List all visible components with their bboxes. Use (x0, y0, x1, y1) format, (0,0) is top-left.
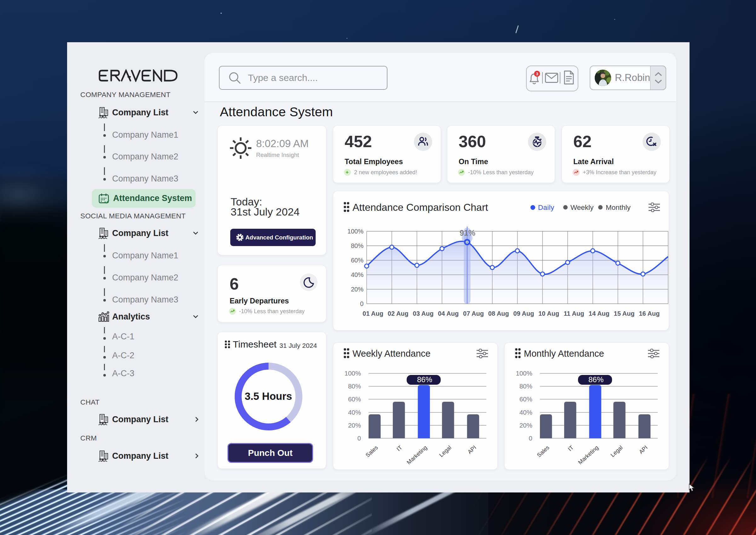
svg-text:Marketing: Marketing (577, 444, 600, 466)
svg-text:80%: 80% (351, 242, 364, 249)
svg-text:02 Aug: 02 Aug (388, 310, 409, 317)
svg-text:80%: 80% (520, 382, 532, 390)
svg-text:04 Aug: 04 Aug (438, 310, 459, 317)
svg-text:08 Aug: 08 Aug (488, 310, 509, 317)
svg-text:60%: 60% (520, 395, 532, 403)
svg-text:20%: 20% (351, 286, 364, 293)
svg-text:Marketing: Marketing (406, 444, 428, 466)
svg-text:15 Aug: 15 Aug (614, 310, 635, 317)
svg-text:10 Aug: 10 Aug (538, 310, 559, 317)
svg-text:16 Aug: 16 Aug (639, 310, 660, 317)
svg-text:Legal: Legal (438, 444, 453, 458)
svg-text:IT: IT (395, 444, 403, 452)
svg-text:100%: 100% (345, 370, 361, 377)
svg-text:100%: 100% (347, 228, 364, 235)
svg-text:40%: 40% (351, 271, 364, 278)
svg-text:40%: 40% (520, 408, 532, 416)
svg-text:03 Aug: 03 Aug (413, 310, 434, 317)
svg-text:80%: 80% (348, 382, 361, 390)
svg-text:20%: 20% (520, 422, 532, 429)
svg-text:86%: 86% (588, 375, 604, 384)
svg-text:3: 3 (536, 71, 538, 76)
svg-text:09 Aug: 09 Aug (513, 310, 534, 317)
svg-text:86%: 86% (417, 375, 432, 384)
svg-text:API: API (467, 444, 477, 455)
svg-text:IT: IT (567, 444, 575, 452)
svg-text:14 Aug: 14 Aug (589, 310, 609, 317)
svg-text:40%: 40% (348, 408, 361, 416)
svg-text:01 Aug: 01 Aug (363, 310, 383, 317)
svg-text:100%: 100% (516, 370, 532, 377)
svg-text:0: 0 (360, 300, 364, 307)
svg-text:07 Aug: 07 Aug (463, 310, 484, 317)
svg-text:91%: 91% (460, 228, 475, 237)
svg-text:60%: 60% (348, 395, 361, 403)
svg-text:0: 0 (358, 435, 361, 442)
svg-text:Sales: Sales (536, 444, 551, 459)
svg-text:API: API (638, 444, 649, 455)
svg-text:0: 0 (529, 435, 532, 442)
svg-text:60%: 60% (351, 257, 364, 264)
svg-text:11 Aug: 11 Aug (564, 310, 584, 317)
svg-text:20%: 20% (348, 422, 361, 429)
svg-text:Sales: Sales (364, 444, 379, 459)
svg-text:Legal: Legal (609, 444, 624, 458)
